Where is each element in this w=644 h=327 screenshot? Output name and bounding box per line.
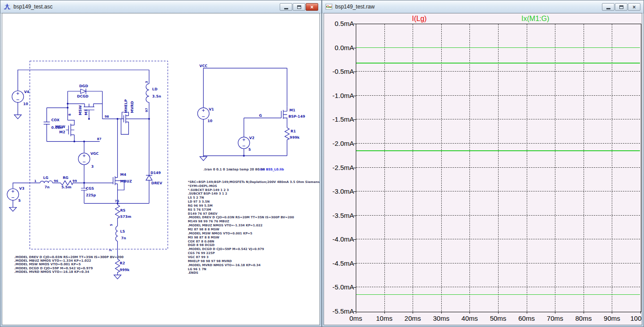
restore-icon <box>297 5 301 9</box>
minimize-button[interactable] <box>280 3 292 11</box>
svg-text:2: 2 <box>109 249 112 251</box>
svg-text:.MODEL MVRD NMOS VTO=-16.18 KP: .MODEL MVRD NMOS VTO=-16.18 KP=0.34 <box>188 263 261 267</box>
waveform-window: bsp149_test.raw × 0.5mA0.0mA-0.5mA-1.0mA… <box>322 0 644 327</box>
schematic-labels: V410V35VGC3COX0.08nMSWM2DGDDCGDMSWM38988… <box>14 64 320 275</box>
svg-text:M2: M2 <box>59 130 65 134</box>
svg-text:999k: 999k <box>290 136 300 140</box>
y-axis-tick-label: -2.0mA <box>326 140 354 147</box>
restore-button[interactable] <box>293 3 305 11</box>
legend-I(Lg)[interactable]: I(Lg) <box>388 15 451 23</box>
close-icon: × <box>632 4 635 10</box>
restore-button[interactable] <box>615 3 627 11</box>
svg-text:M3: M3 <box>84 109 88 115</box>
svg-text:MSW: MSW <box>78 105 82 115</box>
y-axis-tick-label: -1.0mA <box>326 92 354 99</box>
legend-Ix(M1:G)[interactable]: Ix(M1:G) <box>504 15 567 23</box>
svg-text:.SUBCKT BSP-149 3 1 2: .SUBCKT BSP-149 3 1 2 <box>188 192 227 195</box>
svg-text:96: 96 <box>54 179 58 183</box>
svg-text:5.5m: 5.5m <box>61 185 71 189</box>
svg-text:MSW: MSW <box>55 125 65 129</box>
trace-Ix(M1:G) <box>356 294 640 295</box>
svg-text:BSP-149: BSP-149 <box>288 115 305 119</box>
ground-icon <box>114 275 121 279</box>
waveform-window-titlebar[interactable]: bsp149_test.raw × <box>322 0 644 13</box>
svg-text:MVRD: MVRD <box>130 101 134 113</box>
svg-text:G: G <box>259 114 262 118</box>
svg-text:3: 3 <box>145 81 149 83</box>
schematic-window: bsp149_test.asc × <box>0 0 322 327</box>
x-axis-tick-label: 30ms <box>427 314 456 322</box>
close-icon: × <box>310 4 313 10</box>
minimize-icon <box>284 8 288 9</box>
svg-text:5: 5 <box>248 148 251 152</box>
svg-text:CGS: CGS <box>86 187 94 191</box>
svg-text:97: 97 <box>145 108 149 112</box>
plot-area[interactable]: 0.5mA0.0mA-0.5mA-1.0mA-1.5mA-2.0mA-2.5mA… <box>324 13 642 325</box>
svg-text:RS: RS <box>120 208 126 212</box>
plot-box <box>356 24 641 312</box>
svg-text:3.5n: 3.5n <box>152 94 161 98</box>
svg-text:7n: 7n <box>121 236 127 240</box>
y-axis-tick-label: 0.0mA <box>326 44 354 51</box>
svg-text:CGS 76 99 225P: CGS 76 99 225P <box>188 251 215 255</box>
svg-text:RG: RG <box>63 176 68 180</box>
svg-text:98: 98 <box>105 115 109 119</box>
ground-icon <box>14 115 21 119</box>
svg-text:M1: M1 <box>289 108 295 112</box>
svg-text:LS: LS <box>120 229 125 234</box>
window-title: bsp149_test.raw <box>335 4 375 10</box>
schematic-canvas[interactable]: V410V35VGC3COX0.08nMSWM2DGDDCGDMSWM38988… <box>2 13 320 325</box>
svg-text:.MODEL MVRD NMOS VTO=-16.18 KP: .MODEL MVRD NMOS VTO=-16.18 KP=0.34 <box>14 270 90 274</box>
svg-text:D149: D149 <box>150 171 161 175</box>
x-axis-tick-label: 60ms <box>512 314 541 322</box>
svg-text:*SYM=DEPL-MOS: *SYM=DEPL-MOS <box>188 184 217 188</box>
svg-text:.MODEL DREV D CJO=0.03N RS=20M: .MODEL DREV D CJO=0.03N RS=20M TT=35N IS… <box>14 255 124 259</box>
svg-text:5: 5 <box>110 224 113 226</box>
x-axis-tick-label: 0ms <box>341 314 370 322</box>
svg-text:76: 76 <box>115 200 119 203</box>
schematic-drawing: V410V35VGC3COX0.08nMSWM2DGDDCGDMSWM38988… <box>2 13 320 325</box>
ground-icon <box>200 157 207 161</box>
ltspice-waveform-icon <box>325 4 333 10</box>
y-axis-tick-label: -5.0mA <box>326 283 354 291</box>
svg-text:3: 3 <box>91 165 94 169</box>
svg-text:999k: 999k <box>120 268 130 272</box>
svg-text:V2: V2 <box>249 136 255 140</box>
y-axis-tick-label: -0.5mA <box>326 68 354 75</box>
svg-text:DGD: DGD <box>79 84 88 88</box>
trace-Ix(M1:G) <box>356 63 640 63</box>
svg-text:DCGD: DCGD <box>77 94 89 98</box>
minimize-button[interactable] <box>602 3 614 11</box>
svg-text:8: 8 <box>68 114 72 116</box>
trace-Ix(M1:G) <box>356 150 640 151</box>
svg-text:.MODEL MSW NMOS VTO=0.001 KP=5: .MODEL MSW NMOS VTO=0.001 KP=5 <box>14 263 81 266</box>
x-axis-tick-label: 80ms <box>569 314 598 322</box>
x-axis-tick-label: 70ms <box>541 314 569 322</box>
svg-text:.MODEL MSW NMOS VTO=0.001 KP=5: .MODEL MSW NMOS VTO=0.001 KP=5 <box>188 232 252 235</box>
svg-text:D149 76 97 DREV: D149 76 97 DREV <box>188 212 218 216</box>
svg-text:*SRC=BSP-149;BSP-149;MOSFETs N: *SRC=BSP-149;BSP-149;MOSFETs N;Depletion… <box>188 180 320 184</box>
window-title: bsp149_test.asc <box>13 4 52 10</box>
y-axis-tick-label: -1.5mA <box>326 115 354 123</box>
trace-Ix(M1:G) <box>356 47 640 48</box>
svg-text:VGC: VGC <box>90 152 99 156</box>
minimize-icon <box>606 8 610 9</box>
svg-text:V4: V4 <box>24 90 30 94</box>
svg-text:.tran 0 0.1 0 1m: .tran 0 0.1 0 1m <box>203 168 231 171</box>
svg-text:LD: LD <box>152 87 158 91</box>
svg-text:10: 10 <box>207 119 213 123</box>
svg-text:MBUZ: MBUZ <box>120 179 132 183</box>
svg-text:DGD 8 98 DCGD: DGD 8 98 DCGD <box>188 243 215 247</box>
close-button[interactable]: × <box>306 3 318 11</box>
svg-text:99: 99 <box>73 179 77 183</box>
x-axis-tick-label: 90ms <box>597 314 626 322</box>
svg-text:RS 5 76 573M: RS 5 76 573M <box>188 208 211 212</box>
x-axis-tick-label: 100ms <box>626 314 642 322</box>
svg-text:M3 98 87 8 8 MSW: M3 98 87 8 8 MSW <box>188 236 220 239</box>
svg-text:LG: LG <box>43 176 48 180</box>
svg-text:LG 96 1 7N: LG 96 1 7N <box>188 268 207 271</box>
close-button[interactable]: × <box>628 3 640 11</box>
schematic-window-titlebar[interactable]: bsp149_test.asc × <box>0 0 321 13</box>
svg-text:MHELP: MHELP <box>124 99 128 113</box>
y-axis-tick-label: -3.5mA <box>326 212 354 219</box>
